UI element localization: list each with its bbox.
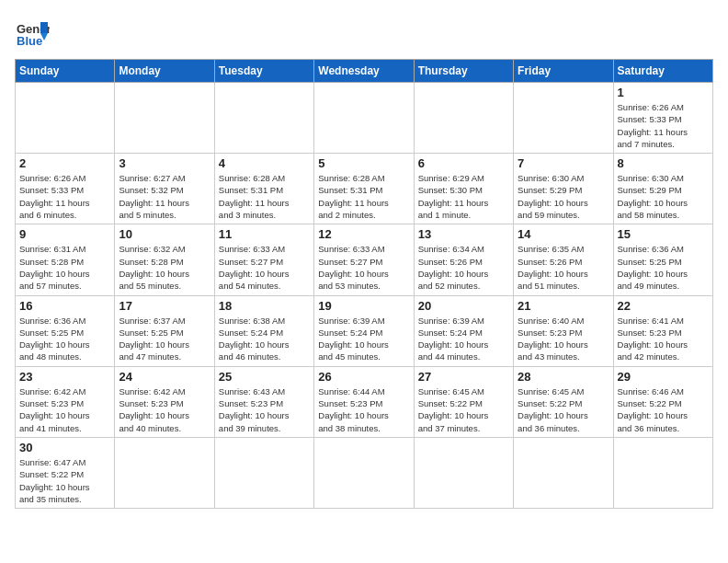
weekday-header-cell: Saturday <box>613 60 712 83</box>
day-number: 24 <box>119 370 210 384</box>
calendar-week-row: 2Sunrise: 6:26 AM Sunset: 5:33 PM Daylig… <box>16 154 713 224</box>
calendar-day-cell: 3Sunrise: 6:27 AM Sunset: 5:32 PM Daylig… <box>115 154 214 224</box>
calendar-day-cell: 13Sunrise: 6:34 AM Sunset: 5:26 PM Dayli… <box>414 224 513 295</box>
day-number: 1 <box>618 86 709 99</box>
calendar-day-cell: 20Sunrise: 6:39 AM Sunset: 5:24 PM Dayli… <box>414 295 513 366</box>
day-info: Sunrise: 6:42 AM Sunset: 5:23 PM Dayligh… <box>119 385 210 434</box>
weekday-header-cell: Monday <box>115 60 214 83</box>
calendar-day-cell <box>314 437 414 508</box>
day-info: Sunrise: 6:31 AM Sunset: 5:28 PM Dayligh… <box>19 243 110 292</box>
day-info: Sunrise: 6:26 AM Sunset: 5:33 PM Dayligh… <box>618 101 709 150</box>
weekday-header-cell: Tuesday <box>214 60 313 83</box>
calendar-day-cell: 25Sunrise: 6:43 AM Sunset: 5:23 PM Dayli… <box>214 366 313 437</box>
day-info: Sunrise: 6:35 AM Sunset: 5:26 PM Dayligh… <box>518 243 609 292</box>
day-number: 27 <box>418 370 509 384</box>
day-number: 14 <box>518 227 609 241</box>
day-number: 25 <box>219 370 310 384</box>
day-info: Sunrise: 6:43 AM Sunset: 5:23 PM Dayligh… <box>219 385 310 434</box>
day-info: Sunrise: 6:45 AM Sunset: 5:22 PM Dayligh… <box>518 385 609 434</box>
calendar-day-cell <box>514 83 613 154</box>
calendar-week-row: 16Sunrise: 6:36 AM Sunset: 5:25 PM Dayli… <box>16 295 713 366</box>
day-info: Sunrise: 6:40 AM Sunset: 5:23 PM Dayligh… <box>518 315 609 363</box>
weekday-header-cell: Sunday <box>16 60 115 83</box>
day-number: 8 <box>618 156 709 170</box>
calendar-day-cell: 22Sunrise: 6:41 AM Sunset: 5:23 PM Dayli… <box>613 295 712 366</box>
calendar-day-cell: 27Sunrise: 6:45 AM Sunset: 5:22 PM Dayli… <box>414 366 513 437</box>
calendar-day-cell <box>314 83 414 154</box>
logo: General Blue <box>15 15 50 50</box>
calendar-day-cell <box>414 83 513 154</box>
day-info: Sunrise: 6:37 AM Sunset: 5:25 PM Dayligh… <box>119 315 210 363</box>
day-info: Sunrise: 6:30 AM Sunset: 5:29 PM Dayligh… <box>518 172 609 221</box>
calendar-day-cell: 29Sunrise: 6:46 AM Sunset: 5:22 PM Dayli… <box>613 366 712 437</box>
svg-text:Blue: Blue <box>17 34 42 48</box>
day-number: 17 <box>119 299 210 313</box>
calendar-day-cell: 14Sunrise: 6:35 AM Sunset: 5:26 PM Dayli… <box>514 224 613 295</box>
calendar-day-cell <box>514 437 613 508</box>
day-info: Sunrise: 6:28 AM Sunset: 5:31 PM Dayligh… <box>318 172 409 221</box>
day-number: 4 <box>219 156 310 170</box>
day-number: 10 <box>119 227 210 241</box>
calendar-day-cell: 7Sunrise: 6:30 AM Sunset: 5:29 PM Daylig… <box>514 154 613 224</box>
calendar-day-cell: 11Sunrise: 6:33 AM Sunset: 5:27 PM Dayli… <box>214 224 313 295</box>
calendar-day-cell <box>115 437 214 508</box>
calendar-day-cell <box>214 83 313 154</box>
day-number: 3 <box>119 156 210 170</box>
day-number: 20 <box>418 299 509 313</box>
day-info: Sunrise: 6:44 AM Sunset: 5:23 PM Dayligh… <box>318 385 409 434</box>
calendar-day-cell: 17Sunrise: 6:37 AM Sunset: 5:25 PM Dayli… <box>115 295 214 366</box>
day-info: Sunrise: 6:27 AM Sunset: 5:32 PM Dayligh… <box>119 172 210 221</box>
weekday-header-cell: Thursday <box>414 60 513 83</box>
day-info: Sunrise: 6:36 AM Sunset: 5:25 PM Dayligh… <box>618 243 709 292</box>
day-number: 29 <box>618 370 709 384</box>
calendar-day-cell <box>414 437 513 508</box>
day-info: Sunrise: 6:32 AM Sunset: 5:28 PM Dayligh… <box>119 243 210 292</box>
calendar-day-cell: 9Sunrise: 6:31 AM Sunset: 5:28 PM Daylig… <box>16 224 115 295</box>
day-info: Sunrise: 6:47 AM Sunset: 5:22 PM Dayligh… <box>19 456 110 505</box>
day-info: Sunrise: 6:36 AM Sunset: 5:25 PM Dayligh… <box>19 315 110 363</box>
day-info: Sunrise: 6:46 AM Sunset: 5:22 PM Dayligh… <box>618 385 709 434</box>
day-number: 6 <box>418 156 509 170</box>
day-number: 26 <box>318 370 409 384</box>
day-number: 18 <box>219 299 310 313</box>
day-number: 30 <box>19 441 110 454</box>
day-number: 5 <box>318 156 409 170</box>
calendar-day-cell: 5Sunrise: 6:28 AM Sunset: 5:31 PM Daylig… <box>314 154 414 224</box>
day-info: Sunrise: 6:39 AM Sunset: 5:24 PM Dayligh… <box>418 315 509 363</box>
calendar-day-cell: 18Sunrise: 6:38 AM Sunset: 5:24 PM Dayli… <box>214 295 313 366</box>
calendar-week-row: 23Sunrise: 6:42 AM Sunset: 5:23 PM Dayli… <box>16 366 713 437</box>
day-info: Sunrise: 6:30 AM Sunset: 5:29 PM Dayligh… <box>618 172 709 221</box>
day-number: 23 <box>19 370 110 384</box>
page-header: General Blue <box>15 15 713 50</box>
calendar-day-cell: 24Sunrise: 6:42 AM Sunset: 5:23 PM Dayli… <box>115 366 214 437</box>
calendar-day-cell: 23Sunrise: 6:42 AM Sunset: 5:23 PM Dayli… <box>16 366 115 437</box>
day-number: 16 <box>19 299 110 313</box>
day-info: Sunrise: 6:29 AM Sunset: 5:30 PM Dayligh… <box>418 172 509 221</box>
calendar-body: 1Sunrise: 6:26 AM Sunset: 5:33 PM Daylig… <box>16 83 713 509</box>
weekday-header-cell: Friday <box>514 60 613 83</box>
day-info: Sunrise: 6:28 AM Sunset: 5:31 PM Dayligh… <box>219 172 310 221</box>
day-info: Sunrise: 6:34 AM Sunset: 5:26 PM Dayligh… <box>418 243 509 292</box>
calendar-day-cell: 19Sunrise: 6:39 AM Sunset: 5:24 PM Dayli… <box>314 295 414 366</box>
calendar-week-row: 1Sunrise: 6:26 AM Sunset: 5:33 PM Daylig… <box>16 83 713 154</box>
logo-icon: General Blue <box>15 15 50 50</box>
calendar-day-cell: 6Sunrise: 6:29 AM Sunset: 5:30 PM Daylig… <box>414 154 513 224</box>
calendar-day-cell: 8Sunrise: 6:30 AM Sunset: 5:29 PM Daylig… <box>613 154 712 224</box>
weekday-header-row: SundayMondayTuesdayWednesdayThursdayFrid… <box>16 60 713 83</box>
day-number: 22 <box>618 299 709 313</box>
calendar-day-cell: 4Sunrise: 6:28 AM Sunset: 5:31 PM Daylig… <box>214 154 313 224</box>
day-info: Sunrise: 6:26 AM Sunset: 5:33 PM Dayligh… <box>19 172 110 221</box>
day-number: 28 <box>518 370 609 384</box>
calendar-table: SundayMondayTuesdayWednesdayThursdayFrid… <box>15 59 713 509</box>
day-info: Sunrise: 6:45 AM Sunset: 5:22 PM Dayligh… <box>418 385 509 434</box>
day-info: Sunrise: 6:42 AM Sunset: 5:23 PM Dayligh… <box>19 385 110 434</box>
calendar-week-row: 30Sunrise: 6:47 AM Sunset: 5:22 PM Dayli… <box>16 437 713 508</box>
calendar-day-cell <box>16 83 115 154</box>
calendar-day-cell: 28Sunrise: 6:45 AM Sunset: 5:22 PM Dayli… <box>514 366 613 437</box>
day-number: 2 <box>19 156 110 170</box>
day-number: 15 <box>618 227 709 241</box>
calendar-day-cell: 2Sunrise: 6:26 AM Sunset: 5:33 PM Daylig… <box>16 154 115 224</box>
calendar-day-cell: 12Sunrise: 6:33 AM Sunset: 5:27 PM Dayli… <box>314 224 414 295</box>
calendar-day-cell: 16Sunrise: 6:36 AM Sunset: 5:25 PM Dayli… <box>16 295 115 366</box>
calendar-day-cell: 15Sunrise: 6:36 AM Sunset: 5:25 PM Dayli… <box>613 224 712 295</box>
